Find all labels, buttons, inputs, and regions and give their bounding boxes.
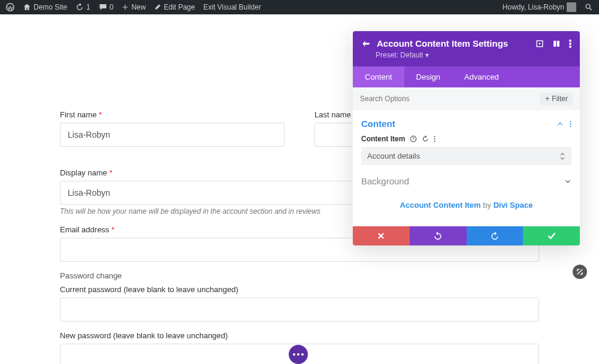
section-more-icon[interactable] — [570, 120, 571, 128]
edit-page[interactable]: Edit Page — [154, 3, 195, 11]
builder-fab[interactable] — [289, 345, 308, 364]
dots-icon — [293, 353, 304, 356]
new-button[interactable]: New — [122, 3, 146, 11]
content-item-select[interactable]: Account details — [361, 147, 571, 165]
panel-search-bar: +Filter — [353, 87, 580, 110]
svg-point-14 — [434, 136, 435, 137]
undo-button[interactable] — [410, 226, 467, 245]
content-section-title: Content — [361, 119, 395, 129]
credit-line: Account Content Item by Divi Space — [361, 192, 571, 218]
content-item-label: Content Item — [361, 135, 405, 143]
required-asterisk: * — [111, 225, 114, 234]
new-password-label: New password (leave blank to leave uncha… — [60, 331, 539, 340]
cancel-button[interactable] — [353, 226, 410, 245]
svg-point-16 — [434, 141, 435, 142]
panel-title: Account Content Item Settings — [377, 38, 530, 48]
svg-point-9 — [570, 121, 571, 122]
search-options-input[interactable] — [360, 95, 540, 103]
svg-point-1 — [586, 4, 590, 8]
svg-rect-5 — [557, 41, 559, 47]
svg-point-11 — [570, 125, 571, 126]
first-name-input[interactable] — [60, 123, 285, 147]
tab-design[interactable]: Design — [404, 66, 452, 87]
background-section-head[interactable]: Background — [361, 165, 571, 192]
tab-content[interactable]: Content — [353, 66, 404, 87]
chevron-down-icon — [564, 178, 571, 185]
required-asterisk: * — [99, 110, 102, 119]
exit-builder-label: Exit Visual Builder — [203, 3, 261, 11]
svg-point-10 — [570, 123, 571, 124]
plus-icon: + — [545, 95, 549, 103]
wp-admin-bar: Demo Site 1 0 New Edit Page Exit Visual … — [0, 0, 599, 14]
content-item-value: Account details — [367, 151, 420, 160]
password-section-title: Password change — [60, 271, 539, 280]
current-password-input[interactable] — [60, 298, 539, 321]
credit-link[interactable]: Account Content Item — [400, 201, 481, 210]
panel-actions — [353, 226, 580, 245]
svg-point-8 — [569, 46, 571, 48]
site-name[interactable]: Demo Site — [23, 3, 67, 11]
current-password-label: Current password (leave blank to leave u… — [60, 285, 539, 294]
svg-point-7 — [569, 43, 571, 45]
comments-count-label: 0 — [110, 3, 114, 11]
edit-page-label: Edit Page — [164, 3, 195, 11]
admin-bar-left: Demo Site 1 0 New Edit Page Exit Visual … — [6, 3, 261, 11]
svg-point-6 — [569, 40, 571, 42]
wp-logo[interactable] — [6, 3, 14, 11]
more-icon[interactable] — [569, 40, 571, 48]
svg-text:?: ? — [412, 136, 415, 141]
help-icon[interactable]: ? — [410, 135, 417, 142]
field-more-icon[interactable] — [434, 135, 435, 142]
refresh-count-label: 1 — [86, 3, 90, 11]
columns-icon[interactable] — [552, 40, 561, 48]
credit-by: by — [483, 201, 491, 210]
reset-icon[interactable] — [422, 135, 429, 142]
panel-header: Account Content Item Settings Preset: De… — [353, 31, 580, 66]
background-section-title: Background — [361, 176, 409, 186]
first-name-label: First name * — [60, 110, 285, 119]
admin-bar-right: Howdy, Lisa-Robyn — [503, 2, 593, 12]
settings-panel: Account Content Item Settings Preset: De… — [353, 31, 580, 245]
chevron-up-icon[interactable] — [556, 120, 564, 128]
resize-handle[interactable] — [573, 265, 587, 279]
comments-count[interactable]: 0 — [99, 3, 114, 11]
panel-body: Content Content Item ? Account details B… — [353, 110, 580, 226]
required-asterisk: * — [109, 168, 112, 177]
howdy-label: Howdy, Lisa-Robyn — [503, 3, 564, 11]
panel-preset[interactable]: Preset: Default ▾ — [361, 51, 571, 59]
exit-builder[interactable]: Exit Visual Builder — [203, 3, 261, 11]
content-item-label-row: Content Item ? — [361, 135, 571, 143]
panel-tabs: Content Design Advanced — [353, 66, 580, 87]
howdy[interactable]: Howdy, Lisa-Robyn — [503, 2, 576, 12]
expand-icon[interactable] — [536, 40, 544, 48]
back-arrow-icon[interactable] — [361, 39, 371, 48]
refresh-count[interactable]: 1 — [75, 3, 90, 11]
svg-point-3 — [539, 43, 541, 44]
credit-author[interactable]: Divi Space — [494, 201, 533, 210]
new-label: New — [131, 3, 146, 11]
site-name-label: Demo Site — [34, 3, 67, 11]
save-button[interactable] — [523, 226, 580, 245]
svg-rect-4 — [553, 41, 556, 47]
search-icon[interactable] — [585, 3, 593, 11]
filter-button[interactable]: +Filter — [540, 92, 573, 105]
tab-advanced[interactable]: Advanced — [452, 66, 511, 87]
content-section-head[interactable]: Content — [361, 119, 571, 129]
chevron-down-icon: ▾ — [425, 51, 429, 59]
svg-point-15 — [434, 138, 435, 139]
avatar — [567, 2, 576, 12]
redo-button[interactable] — [467, 226, 524, 245]
resize-icon — [576, 268, 584, 276]
select-arrows-icon — [559, 152, 565, 160]
